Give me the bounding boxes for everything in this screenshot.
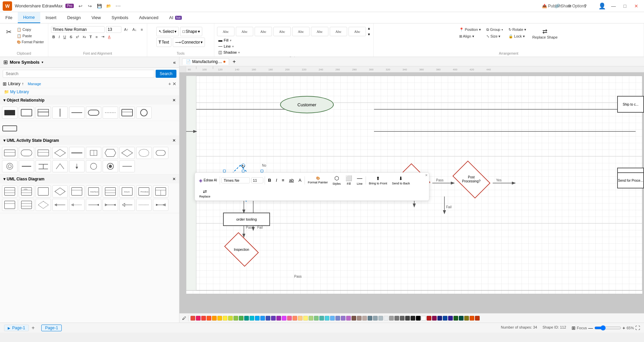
fullscreen-button[interactable]: ⛶ (635, 325, 640, 331)
color-swatch-amber2[interactable] (298, 316, 303, 321)
ft-italic-btn[interactable]: I (274, 177, 279, 184)
size-button[interactable]: ⤡ Size ▾ (485, 34, 504, 39)
decrease-font-button[interactable]: A↓ (131, 27, 138, 32)
symbol-item[interactable] (103, 160, 118, 172)
symbol-item[interactable] (69, 160, 85, 172)
help-button[interactable]: ? (580, 2, 590, 10)
symbol-item[interactable] (2, 199, 17, 211)
symbol-item[interactable] (2, 147, 17, 159)
style-box-5[interactable]: Abc (292, 27, 310, 36)
symbol-item[interactable] (36, 199, 51, 211)
symbol-item[interactable] (69, 199, 85, 211)
category-header-uml-class[interactable]: ▾ UML Class Diagram ✕ (0, 175, 179, 183)
color-swatch-indigo[interactable] (266, 316, 270, 321)
canvas-tab[interactable]: 📄 Manufacturing.... (182, 58, 229, 65)
symbol-item[interactable]: Enum (119, 185, 135, 197)
symbol-item[interactable] (52, 160, 68, 172)
color-swatch-grey3[interactable] (400, 316, 405, 321)
symbol-item[interactable] (2, 160, 17, 172)
symbol-item[interactable] (69, 185, 85, 197)
color-swatch-deeppurple2[interactable] (341, 316, 345, 321)
color-swatch-purple3[interactable] (346, 316, 351, 321)
symbol-item[interactable]: Interface (86, 185, 101, 197)
color-swatch-yellow[interactable] (223, 316, 227, 321)
send-for-proc-shape[interactable]: Send for Proce... (617, 172, 644, 188)
options-button[interactable]: ⚙ Options (568, 2, 578, 10)
color-picker-icon[interactable]: 🖊 (182, 316, 186, 321)
ft-line-btn[interactable]: — Line (355, 174, 364, 186)
color-swatch-brown[interactable] (352, 316, 356, 321)
symbol-item[interactable] (103, 147, 118, 159)
color-swatch-green2[interactable] (314, 316, 319, 321)
symbol-item[interactable] (36, 160, 51, 172)
ft-send-back-btn[interactable]: ⬇ Send to Back (390, 175, 412, 186)
color-swatch-grey5[interactable] (411, 316, 415, 321)
color-swatch-red2[interactable] (201, 316, 206, 321)
publish-button[interactable]: 📤 Publish (542, 2, 552, 10)
undo-button[interactable]: ↩ (76, 2, 85, 10)
color-swatch-pink[interactable] (196, 316, 201, 321)
style-box-4[interactable]: Abc (273, 27, 291, 36)
list-button[interactable]: ≡ (94, 34, 99, 40)
ft-underline-btn[interactable]: ab (287, 177, 296, 184)
color-swatch-deeppurple[interactable] (271, 316, 276, 321)
handle-tr[interactable] (261, 170, 263, 172)
manage-button[interactable]: Manage (28, 82, 41, 86)
symbol-item[interactable]: «int» (19, 185, 34, 197)
symbol-item[interactable] (2, 107, 17, 119)
symbol-item[interactable] (119, 107, 135, 119)
color-swatch-deeporange[interactable] (207, 316, 211, 321)
symbol-item[interactable] (52, 147, 68, 159)
symbol-item[interactable] (119, 160, 135, 172)
ft-font-input[interactable] (221, 177, 250, 183)
color-swatch-indigo2[interactable] (335, 316, 340, 321)
minimize-button[interactable]: — (608, 2, 619, 10)
bold-button[interactable]: B (51, 34, 56, 40)
color-swatch-darkyellow[interactable] (464, 316, 469, 321)
symbol-item[interactable] (103, 199, 118, 211)
ft-align-center-btn[interactable]: ≡ (280, 177, 286, 184)
symbol-item[interactable] (86, 147, 101, 159)
color-swatch-bluegrey2[interactable] (373, 316, 378, 321)
menu-ai[interactable]: AI hot (164, 12, 187, 23)
color-swatch-green[interactable] (239, 316, 244, 321)
color-swatch-darkblue[interactable] (437, 316, 442, 321)
color-swatch-darkdeep[interactable] (475, 316, 480, 321)
symbol-item[interactable] (153, 147, 168, 159)
symbol-item[interactable] (2, 185, 17, 197)
color-swatch-deeporange2[interactable] (292, 316, 297, 321)
line-button[interactable]: — Line ▾ (217, 44, 371, 49)
post-processing-shape[interactable]: PostProcessing? (451, 168, 491, 191)
ft-close-btn[interactable]: ✕ (425, 173, 428, 177)
color-swatch-darkpink[interactable] (432, 316, 437, 321)
group-button[interactable]: ⧉ Group ▾ (485, 27, 504, 33)
paste-button[interactable]: 📋 Paste (15, 33, 45, 39)
color-swatch-brown3[interactable] (362, 316, 367, 321)
ft-bold-btn[interactable]: B (266, 177, 273, 184)
styles-scroll-up[interactable]: ▲ (367, 27, 371, 30)
symbol-item[interactable] (36, 185, 51, 197)
menu-design[interactable]: Design (62, 12, 86, 23)
color-swatch-black[interactable] (416, 316, 421, 321)
symbol-item[interactable] (119, 199, 135, 211)
search-button[interactable]: Search (156, 70, 176, 78)
symbol-item[interactable] (69, 147, 85, 159)
color-swatch-purple2[interactable] (282, 316, 286, 321)
color-swatch-darkred[interactable] (427, 316, 431, 321)
symbol-item[interactable] (103, 185, 118, 197)
ft-format-painter-btn[interactable]: 🎨 Format Painter (306, 175, 330, 185)
indent-button[interactable]: ⇥ (100, 34, 106, 40)
style-box-8[interactable]: Abc (348, 27, 366, 36)
edraw-ai-btn[interactable]: ◈ Edraw AI (198, 177, 218, 184)
zoom-in-button[interactable]: + (623, 325, 625, 331)
color-swatch-orange[interactable] (212, 316, 217, 321)
handle-tl[interactable] (223, 170, 226, 172)
close-library-button[interactable]: ✕ (172, 81, 176, 87)
fit-button[interactable]: ⊞ (572, 325, 576, 331)
page-tab-1[interactable]: ▶ Page-1 (4, 325, 29, 331)
color-swatch-lime[interactable] (228, 316, 233, 321)
strikethrough-button[interactable]: S (68, 34, 73, 40)
color-swatch-cyan2[interactable] (325, 316, 329, 321)
underline-button[interactable]: U (62, 34, 67, 40)
shape-dropdown[interactable]: □ Shape ▾ (180, 27, 202, 36)
